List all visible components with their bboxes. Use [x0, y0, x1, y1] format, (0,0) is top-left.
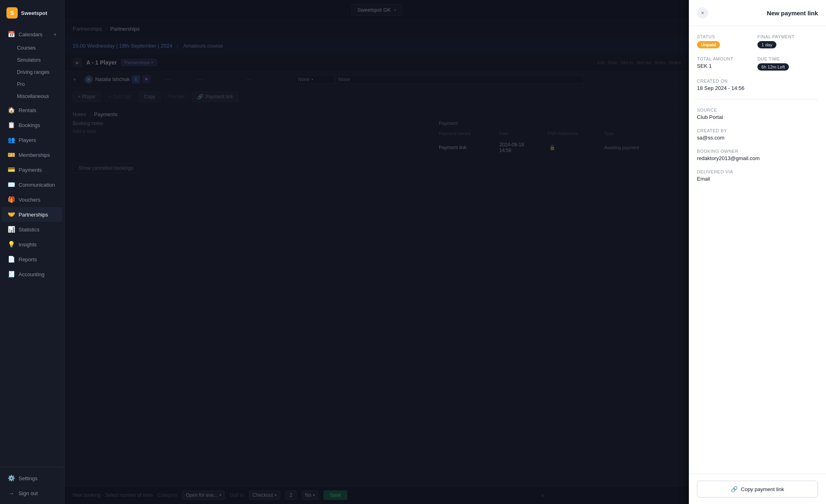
player-tag-icon[interactable]: ⚑ [142, 75, 150, 83]
booking-owner-label: Booking owner [697, 149, 818, 154]
status-badge: Unpaid [697, 41, 720, 48]
statistics-icon: 📊 [8, 226, 15, 233]
lock-icon: 🔒 [549, 145, 555, 150]
save-label: Save [330, 492, 341, 498]
sidebar-item-calendars[interactable]: 📅 Calendars ▾ [2, 27, 63, 42]
due-time-label: Due time [757, 56, 818, 61]
panel-field-created-on: Created on 18 Sep 2024 - 14:56 [697, 79, 818, 91]
sidebar-item-rentals[interactable]: 🏠 Rentals [2, 103, 63, 117]
add-note-input[interactable]: Add a note [73, 129, 431, 134]
sidebar-label-sign-out: Sign out [19, 490, 38, 496]
sidebar-label-settings: Settings [19, 475, 38, 481]
sidebar-label-players: Players [19, 137, 36, 143]
player-notes1[interactable]: None ▾ [294, 75, 335, 84]
sidebar-item-pro[interactable]: Pro [0, 78, 64, 90]
copy-button[interactable]: Copy [139, 92, 161, 102]
sidebar-item-partnerships[interactable]: 🤝 Partnerships [2, 207, 63, 222]
final-payment-label: Final payment [757, 34, 818, 39]
sidebar-item-driving-ranges[interactable]: Driving ranges [0, 66, 64, 78]
you-bet-button[interactable]: You bet [163, 92, 190, 102]
close-icon: × [701, 10, 704, 16]
created-on-value: 18 Sep 2024 - 14:56 [697, 85, 818, 91]
delivered-via-value: Email [697, 176, 818, 182]
insights-icon: 💡 [8, 241, 15, 248]
golf-cart-label: + Golf cart [108, 94, 131, 100]
sidebar-item-simulators[interactable]: Simulators [0, 54, 64, 66]
collapse-button[interactable]: ‹ [542, 492, 544, 498]
bottom-label: New booking - Select number of slots [73, 492, 153, 498]
save-button[interactable]: Save [323, 490, 347, 500]
chevron-down-icon: ▾ [394, 8, 396, 12]
player-notes2[interactable]: None [335, 75, 584, 84]
sidebar-item-vouchers[interactable]: 🎁 Vouchers [2, 192, 63, 207]
show-cancelled-area: Show cancelled bookings [65, 156, 689, 180]
partnership-badge-chevron: ▾ [151, 60, 153, 65]
col-slot-out: Slot out [636, 60, 651, 65]
sidebar-item-payments[interactable]: 💳 Payments [2, 162, 63, 177]
final-payment-value: 1 day [757, 41, 776, 48]
chevron-down-icon: ▾ [54, 32, 56, 37]
slots-value[interactable]: 2 [285, 490, 297, 500]
sidebar-item-accounting[interactable]: 🧾 Accounting [2, 267, 63, 281]
sidebar-label-reports: Reports [19, 256, 37, 262]
add-player-label: + Player [78, 94, 96, 100]
sidebar-item-miscellaneous[interactable]: Miscellaneous [0, 90, 64, 102]
notes-select-1[interactable]: None ▾ [294, 75, 335, 84]
sidebar-label-memberships: Memberships [19, 152, 50, 158]
panel-close-button[interactable]: × [697, 7, 708, 19]
golf-in-select[interactable]: Checkout ▾ [249, 490, 280, 500]
calendar-icon: 📅 [8, 31, 15, 37]
row-expand[interactable]: ▼ [73, 77, 85, 82]
tab-payments[interactable]: Payments [94, 111, 117, 117]
booking-course: Amateurs course [184, 43, 223, 49]
panel-col-due-time: Due time 6h 12m Left [757, 56, 818, 71]
communication-icon: ✉️ [8, 181, 15, 188]
player-info-icon[interactable]: ℹ [132, 75, 140, 83]
col-date: Date [608, 60, 617, 65]
col-payment-owned: Payment owned [439, 131, 499, 136]
notes-payments: Notes | Payments Booking notes Add a not… [65, 106, 689, 156]
sidebar-item-reports[interactable]: 📄 Reports [2, 252, 63, 267]
panel-field-booking-owner: Booking owner redaktory2013@gmail.com [697, 149, 818, 161]
club-selector[interactable]: Sweetspot GK ▾ [351, 4, 402, 16]
category-select[interactable]: Open for eve... ▾ [182, 490, 225, 500]
col-payment-type: Type [604, 131, 665, 136]
reports-icon: 📄 [8, 256, 15, 262]
booking-date-time: 15.00 Wednesday | 18th September | 2024 [73, 43, 172, 49]
sidebar-item-communication[interactable]: ✉️ Communication [2, 177, 63, 192]
copy-payment-link-button[interactable]: 🔗 Copy payment link [697, 481, 818, 498]
main-content: Sweetspot GK ▾ Partnerships › Partnershi… [65, 0, 689, 504]
rentals-icon: 🏠 [8, 107, 15, 113]
sidebar-item-settings[interactable]: ⚙️ Settings [2, 471, 63, 485]
expand-button[interactable]: ▶ [73, 58, 82, 67]
sidebar-label-vouchers: Vouchers [19, 197, 40, 203]
sidebar-item-insights[interactable]: 💡 Insights [2, 237, 63, 252]
golf-cart-button[interactable]: + Golf cart [103, 92, 136, 102]
col-payment-date: Date [499, 131, 548, 136]
notes-select-2[interactable]: None [335, 75, 584, 84]
payment-date-value: 2024-09-18 14:56 [499, 142, 548, 153]
sidebar-logo: S Sweetspot [0, 0, 64, 25]
col-notes1: Notes [655, 60, 666, 65]
settings-icon: ⚙️ [8, 475, 15, 481]
sidebar-item-courses[interactable]: Courses [0, 42, 64, 54]
created-by-value: sa@ss.com [697, 135, 818, 141]
add-player-button[interactable]: + Player [73, 92, 101, 102]
payment-link-label: Payment link [205, 94, 233, 100]
show-cancelled-button[interactable]: Show cancelled bookings [73, 163, 139, 173]
player-name: Natalia Ishchuk [95, 77, 129, 82]
col-payment-psp: PSP Reference [548, 131, 604, 136]
tab-notes[interactable]: Notes [73, 111, 86, 117]
breadcrumb-parent[interactable]: Partnerships [73, 26, 102, 32]
sidebar-item-bookings[interactable]: 📋 Bookings [2, 118, 63, 132]
panel-footer: 🔗 Copy payment link [689, 474, 826, 504]
payment-link-button[interactable]: 🔗 Payment link [192, 92, 238, 102]
sidebar-item-memberships[interactable]: 🎫 Memberships [2, 148, 63, 162]
sidebar: S Sweetspot 📅 Calendars ▾ Courses Simula… [0, 0, 65, 504]
player-name-cell: N Natalia Ishchuk ℹ ⚑ [85, 75, 165, 83]
no-select[interactable]: No ▾ [302, 490, 319, 500]
sidebar-item-sign-out[interactable]: → Sign out [2, 486, 63, 500]
col-info: Info [597, 60, 605, 65]
sidebar-item-players[interactable]: 👥 Players [2, 133, 63, 147]
sidebar-item-statistics[interactable]: 📊 Statistics [2, 222, 63, 237]
